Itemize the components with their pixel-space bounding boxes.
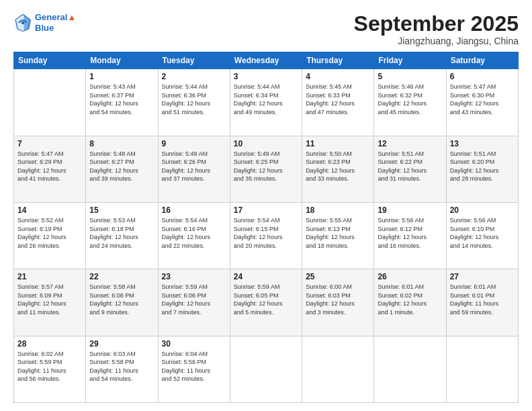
day-info: Sunrise: 6:03 AMSunset: 5:58 PMDaylight:… [89,350,154,383]
location: Jiangzhuang, Jiangsu, China [354,36,519,46]
day-number: 23 [162,272,226,281]
day-cell: 29Sunrise: 6:03 AMSunset: 5:58 PMDayligh… [86,336,158,402]
day-cell: 19Sunrise: 5:56 AMSunset: 6:12 PMDayligh… [374,202,446,269]
day-info: Sunrise: 5:48 AMSunset: 6:27 PMDaylight:… [89,150,154,183]
day-cell: 11Sunrise: 5:50 AMSunset: 6:23 PMDayligh… [302,136,374,202]
col-wednesday: Wednesday [230,52,302,69]
day-number: 12 [378,139,442,148]
day-info: Sunrise: 5:44 AMSunset: 6:36 PMDaylight:… [162,83,226,116]
day-cell: 27Sunrise: 6:01 AMSunset: 6:01 PMDayligh… [446,269,518,336]
day-info: Sunrise: 5:49 AMSunset: 6:26 PMDaylight:… [162,150,226,183]
day-cell: 10Sunrise: 5:49 AMSunset: 6:25 PMDayligh… [230,136,302,202]
day-cell: 26Sunrise: 6:01 AMSunset: 6:02 PMDayligh… [374,269,446,336]
day-cell: 25Sunrise: 6:00 AMSunset: 6:03 PMDayligh… [302,269,374,336]
day-number: 26 [378,272,442,281]
calendar: Sunday Monday Tuesday Wednesday Thursday… [13,52,519,403]
day-cell: 23Sunrise: 5:59 AMSunset: 6:06 PMDayligh… [158,269,230,336]
day-cell: 30Sunrise: 6:04 AMSunset: 5:56 PMDayligh… [158,336,230,402]
day-info: Sunrise: 5:53 AMSunset: 6:18 PMDaylight:… [89,216,154,250]
svg-marker-1 [24,14,32,31]
day-info: Sunrise: 5:55 AMSunset: 6:13 PMDaylight:… [306,216,370,250]
logo-line2: Blue [35,23,76,34]
day-number: 11 [306,139,370,148]
day-cell [302,336,374,402]
day-number: 30 [162,339,226,349]
day-cell: 17Sunrise: 5:54 AMSunset: 6:15 PMDayligh… [230,202,302,269]
day-number: 16 [162,205,226,215]
day-info: Sunrise: 5:51 AMSunset: 6:22 PMDaylight:… [378,150,442,183]
day-number: 14 [17,205,82,215]
logo: General▲ Blue [13,12,76,33]
day-number: 9 [162,139,226,148]
day-number: 25 [306,272,370,281]
day-number: 2 [162,72,226,81]
logo-line1: General [35,12,67,22]
day-cell: 5Sunrise: 5:46 AMSunset: 6:32 PMDaylight… [374,69,446,136]
day-number: 24 [234,272,298,281]
day-info: Sunrise: 6:02 AMSunset: 5:59 PMDaylight:… [17,350,82,383]
col-monday: Monday [86,52,158,69]
day-cell: 2Sunrise: 5:44 AMSunset: 6:36 PMDaylight… [158,69,230,136]
day-number: 10 [234,139,298,148]
title-block: September 2025 Jiangzhuang, Jiangsu, Chi… [354,12,519,46]
week-row-2: 7Sunrise: 5:47 AMSunset: 6:29 PMDaylight… [14,136,519,202]
day-cell [230,336,302,402]
day-number: 17 [234,205,298,215]
col-friday: Friday [374,52,446,69]
day-number: 21 [17,272,82,281]
day-cell: 21Sunrise: 5:57 AMSunset: 6:09 PMDayligh… [14,269,86,336]
day-number: 13 [450,139,515,148]
week-row-3: 14Sunrise: 5:52 AMSunset: 6:19 PMDayligh… [14,202,519,269]
day-cell: 8Sunrise: 5:48 AMSunset: 6:27 PMDaylight… [86,136,158,202]
day-info: Sunrise: 5:47 AMSunset: 6:30 PMDaylight:… [450,83,515,116]
day-number: 4 [306,72,370,81]
day-info: Sunrise: 6:01 AMSunset: 6:02 PMDaylight:… [378,283,442,316]
day-info: Sunrise: 5:44 AMSunset: 6:34 PMDaylight:… [234,83,298,116]
day-cell: 28Sunrise: 6:02 AMSunset: 5:59 PMDayligh… [14,336,86,402]
day-info: Sunrise: 5:59 AMSunset: 6:05 PMDaylight:… [234,283,298,316]
day-cell [374,336,446,402]
day-cell: 13Sunrise: 5:51 AMSunset: 6:20 PMDayligh… [446,136,518,202]
day-cell: 16Sunrise: 5:54 AMSunset: 6:16 PMDayligh… [158,202,230,269]
day-cell: 24Sunrise: 5:59 AMSunset: 6:05 PMDayligh… [230,269,302,336]
day-info: Sunrise: 5:50 AMSunset: 6:23 PMDaylight:… [306,150,370,183]
day-number: 20 [450,205,515,215]
day-number: 18 [306,205,370,215]
day-info: Sunrise: 5:59 AMSunset: 6:06 PMDaylight:… [162,283,226,316]
day-cell: 4Sunrise: 5:45 AMSunset: 6:33 PMDaylight… [302,69,374,136]
week-row-1: 1Sunrise: 5:43 AMSunset: 6:37 PMDaylight… [14,69,519,136]
day-number: 6 [450,72,515,81]
day-number: 28 [17,339,82,349]
day-number: 8 [89,139,154,148]
day-info: Sunrise: 5:45 AMSunset: 6:33 PMDaylight:… [306,83,370,116]
day-number: 27 [450,272,515,281]
day-cell: 9Sunrise: 5:49 AMSunset: 6:26 PMDaylight… [158,136,230,202]
svg-point-3 [21,21,25,24]
day-info: Sunrise: 5:52 AMSunset: 6:19 PMDaylight:… [17,216,82,250]
day-info: Sunrise: 5:51 AMSunset: 6:20 PMDaylight:… [450,150,515,183]
day-info: Sunrise: 6:04 AMSunset: 5:56 PMDaylight:… [162,350,226,383]
day-info: Sunrise: 6:01 AMSunset: 6:01 PMDaylight:… [450,283,515,316]
month-title: September 2025 [354,12,519,36]
page: General▲ Blue September 2025 Jiangzhuang… [0,0,532,411]
day-number: 1 [89,72,154,81]
col-saturday: Saturday [446,52,518,69]
day-cell: 15Sunrise: 5:53 AMSunset: 6:18 PMDayligh… [86,202,158,269]
col-tuesday: Tuesday [158,52,230,69]
col-sunday: Sunday [14,52,86,69]
day-cell [446,336,518,402]
day-info: Sunrise: 5:49 AMSunset: 6:25 PMDaylight:… [234,150,298,183]
day-info: Sunrise: 5:56 AMSunset: 6:10 PMDaylight:… [450,216,515,250]
day-info: Sunrise: 5:58 AMSunset: 6:08 PMDaylight:… [89,283,154,316]
day-info: Sunrise: 5:57 AMSunset: 6:09 PMDaylight:… [17,283,82,316]
day-info: Sunrise: 5:46 AMSunset: 6:32 PMDaylight:… [378,83,442,116]
day-info: Sunrise: 5:47 AMSunset: 6:29 PMDaylight:… [17,150,82,183]
day-info: Sunrise: 5:54 AMSunset: 6:15 PMDaylight:… [234,216,298,250]
day-cell: 3Sunrise: 5:44 AMSunset: 6:34 PMDaylight… [230,69,302,136]
day-number: 19 [378,205,442,215]
day-number: 22 [89,272,154,281]
week-row-4: 21Sunrise: 5:57 AMSunset: 6:09 PMDayligh… [14,269,519,336]
day-info: Sunrise: 5:56 AMSunset: 6:12 PMDaylight:… [378,216,442,250]
day-cell: 18Sunrise: 5:55 AMSunset: 6:13 PMDayligh… [302,202,374,269]
day-cell: 1Sunrise: 5:43 AMSunset: 6:37 PMDaylight… [86,69,158,136]
